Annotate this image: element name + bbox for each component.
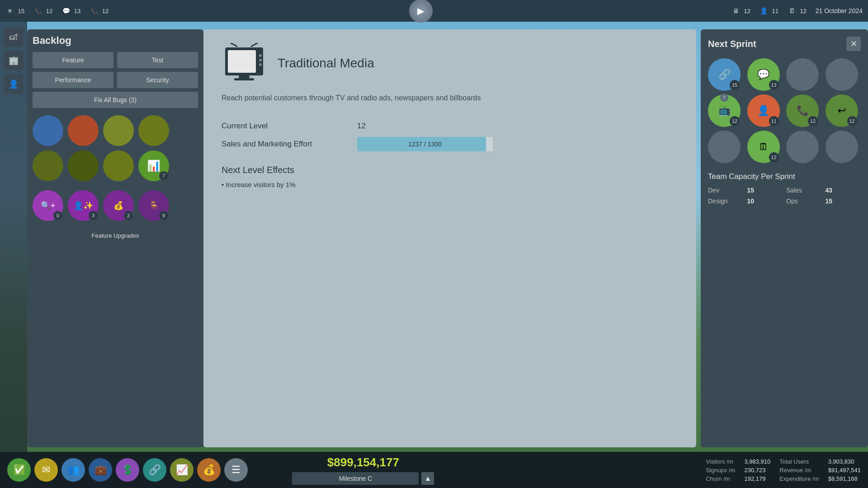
total-users-value: 3,903,830 [828,458,861,465]
milestone-bar: Milestone C ▲ [292,472,434,485]
backlog-item-olive-5[interactable] [103,150,134,181]
backlog-btn-row-1: Feature Test [33,52,198,68]
purple-item-3[interactable]: 💰 2 [103,190,134,221]
backlog-panel: Backlog Feature Test Performance Securit… [27,29,203,447]
sprint-item-empty-3[interactable] [708,131,741,163]
feature-button[interactable]: Feature [33,52,113,68]
sprint-item-phone-return[interactable]: ↩ 12 [826,94,858,127]
svg-rect-8 [234,78,254,80]
backlog-item-red[interactable] [68,115,99,146]
sprint-items-grid: 🔗 15 💬 13 📺 ? 12 👤 11 📞 12 ↩ 12 [708,58,861,163]
bottom-icon-network[interactable]: 🔗 [143,458,166,482]
bottom-bar: ✅ ✉ 👥 💼 💲 🔗 📈 💰 ☰ $899,154,177 Milestone… [0,452,868,488]
signups-value: 230,723 [744,467,770,474]
purple-badge-3: 2 [124,211,133,220]
top-stats-right: 🖥 12 👤 11 🗓 12 21 October 2024 [731,6,863,15]
sprint-item-tv[interactable]: 📺 ? 12 [708,94,741,127]
bottom-stats: Visitors /m 3,983,910 Total Users 3,903,… [706,458,861,482]
close-sprint-button[interactable]: ✕ [846,37,861,51]
bottom-icon-list[interactable]: ☰ [224,458,248,482]
stats-section: Current Level 12 Sales and Marketing Eff… [222,122,678,151]
bottom-icon-coin[interactable]: 💲 [116,458,139,482]
phone2-icon: 📞 [90,6,99,15]
backlog-item-olive-4[interactable] [68,150,99,181]
sprint-badge-12b: 12 [808,116,818,126]
main-panel: Traditional Media Reach potential custom… [203,29,696,447]
sidebar-building-icon[interactable]: 🏢 [4,51,24,70]
feature-upgrades-tab[interactable]: Feature Upgrades [81,229,150,243]
bottom-icon-chart[interactable]: 📈 [170,458,193,482]
bottom-icon-users[interactable]: 👥 [61,458,85,482]
purple-item-1[interactable]: 🔍+ 0 [33,190,63,221]
design-value: 10 [747,197,783,205]
current-level-row: Current Level 12 [222,122,678,131]
chat-icon: 💬 [61,6,71,15]
sprint-question-mark: ? [720,94,728,102]
bottom-icon-moneybag[interactable]: 💰 [197,458,221,482]
backlog-item-olive-1[interactable] [103,115,134,146]
sprint-item-empty-2[interactable] [826,58,858,91]
next-level-effect: • Increase visitors by 1% [222,181,678,188]
svg-point-5 [259,59,262,61]
sprint-item-phone-in[interactable]: 📞 12 [786,94,819,127]
sprint-item-empty-5[interactable] [826,131,858,163]
sprint-badge-11: 11 [769,116,779,126]
backlog-item-blue[interactable] [33,115,63,146]
effort-label: Sales and Marketing Effort [222,140,348,149]
sales-label: Sales [786,187,822,194]
date-display: 21 October 2024 [816,7,863,14]
milestone-arrow-button[interactable]: ▲ [421,472,434,485]
stat-val-12c: 12 [742,8,752,14]
sprint-item-empty-1[interactable] [786,58,819,91]
purple-badge-1: 0 [53,211,62,220]
fix-bugs-button[interactable]: Fix All Bugs (3) [33,92,198,108]
sprint-item-network[interactable]: 🔗 15 [708,58,741,91]
capacity-title: Team Capacity Per Sprint [708,172,861,181]
sprint-item-person[interactable]: 👤 11 [747,94,780,127]
purple-item-2[interactable]: 👤✨ 3 [68,190,99,221]
monitor-icon: 🖥 [731,6,741,15]
purple-item-4[interactable]: 🪑 9 [138,190,169,221]
bottom-icon-mail[interactable]: ✉ [34,458,58,482]
backlog-item-green-chart[interactable]: 📊 7 [138,150,169,181]
design-label: Design [708,197,744,205]
item-description: Reach potential customers through TV and… [222,93,678,103]
test-button[interactable]: Test [117,52,198,68]
sprint-badge-13: 13 [769,80,779,90]
sidebar-person-icon[interactable]: 👤 [4,74,24,94]
purple-items-row: 🔍+ 0 👤✨ 3 💰 2 🪑 9 [33,188,198,223]
backlog-items-grid: 📊 7 [33,112,198,185]
backlog-item-olive-3[interactable] [33,150,63,181]
svg-point-4 [259,54,262,57]
stat-val-12a: 12 [44,8,54,14]
backlog-item-olive-2[interactable] [138,115,169,146]
item-title: Traditional Media [278,56,374,70]
svg-rect-7 [239,75,250,78]
dev-label: Dev [708,187,744,194]
money-display: $899,154,177 [327,455,399,469]
churn-value: 192,179 [744,475,770,482]
sprint-item-empty-4[interactable] [786,131,819,163]
stat-val-12b: 12 [100,8,110,14]
milestone-label: Milestone C [292,472,419,485]
play-button[interactable]: ▶ [409,0,433,23]
next-level-title: Next Level Effects [222,165,678,175]
sprint-badge-12d: 12 [769,152,779,162]
stat-val-15: 15 [16,8,26,14]
security-button[interactable]: Security [117,72,198,88]
bottom-icon-bag[interactable]: 💼 [89,458,112,482]
performance-button[interactable]: Performance [33,72,113,88]
effort-row: Sales and Marketing Effort 1237 / 1300 [222,137,678,151]
top-bar: ✳ 15 📞 12 💬 13 📞 12 ▶ 🖥 12 👤 11 🗓 12 [0,0,868,22]
sprint-item-calendar[interactable]: 🗓 12 [747,131,780,163]
dev-value: 15 [747,187,783,194]
sprint-item-chat[interactable]: 💬 13 [747,58,780,91]
visitors-value: 3,983,910 [744,458,770,465]
backlog-btn-row-2: Performance Security [33,72,198,88]
sidebar-sofa-icon[interactable]: 🛋 [4,27,24,47]
green-chart-badge: 7 [159,171,168,180]
phone1-icon: 📞 [33,6,42,15]
purple-badge-4: 9 [159,211,168,220]
bottom-icon-checklist[interactable]: ✅ [7,458,31,482]
stat-val-11: 11 [770,8,780,14]
